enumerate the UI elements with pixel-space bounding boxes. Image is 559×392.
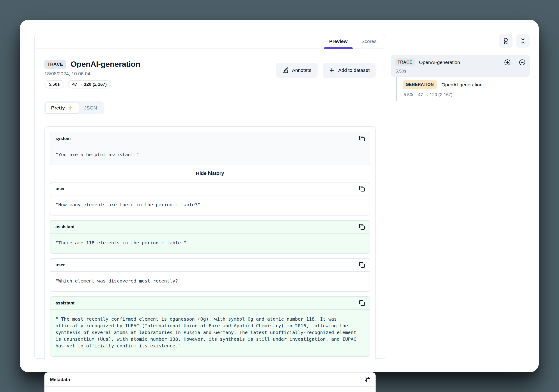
collapse-panel-button[interactable] (516, 34, 530, 48)
message-header: assistant (50, 221, 370, 233)
trace-detail-panel: Preview Scores TRACE OpenAI-generation 1… (34, 34, 385, 359)
trace-actions: Annotate Add to dataset (276, 63, 376, 78)
generation-latency: 5.50s (404, 92, 414, 97)
trace-type-badge: TRACE (395, 58, 415, 66)
copy-icon[interactable] (364, 376, 371, 383)
message-role: assistant (56, 224, 75, 229)
message-role: assistant (56, 301, 75, 306)
page-title: OpenAI-generation (71, 60, 140, 69)
toggle-json[interactable]: JSON (79, 103, 103, 113)
edit-pencil-icon (282, 67, 289, 73)
message-content: "There are 118 elements in the periodic … (50, 233, 370, 253)
metadata-header: Metadata (45, 373, 375, 387)
message-header: user (50, 182, 370, 196)
tree-trace-line: TRACE OpenAI-generation (395, 58, 526, 66)
latency-badge: 5.50s (44, 80, 64, 89)
message-content: "Which element was discovered most recen… (50, 272, 370, 291)
sidebar-actions (391, 34, 530, 48)
message-content: "You are a helpful assistant." (50, 145, 370, 165)
annotate-button[interactable]: Annotate (276, 63, 317, 78)
hide-history-toggle[interactable]: Hide history (50, 165, 370, 182)
trace-title-line: TRACE OpenAI-generation (44, 60, 140, 69)
copy-icon[interactable] (358, 300, 365, 307)
metadata-title: Metadata (50, 377, 70, 382)
copy-icon[interactable] (358, 223, 365, 230)
io-view-toggle: Pretty JSON (44, 101, 104, 114)
tab-preview[interactable]: Preview (329, 34, 347, 48)
metadata-container: Metadata null (44, 372, 376, 392)
trace-type-badge: TRACE (44, 60, 66, 69)
add-to-dataset-button[interactable]: Add to dataset (323, 63, 376, 78)
trace-header: TRACE OpenAI-generation 13/08/2024, 10:0… (44, 60, 376, 89)
toggle-json-label: JSON (84, 105, 97, 111)
trace-timestamp: 13/08/2024, 10:06:04 (44, 71, 140, 76)
copy-icon[interactable] (358, 261, 365, 268)
sparkles-icon (67, 105, 73, 111)
copy-icon[interactable] (358, 135, 365, 142)
plus-icon (329, 67, 335, 73)
message-block-assistant: assistant "There are 118 elements in the… (50, 220, 370, 254)
message-header: user (50, 259, 370, 272)
message-block-assistant: assistant " The most recently confirmed … (50, 296, 370, 357)
message-header: system (50, 132, 370, 145)
expand-all-icon[interactable] (504, 59, 511, 66)
collapse-all-icon[interactable] (519, 59, 526, 66)
annotation-queue-button[interactable] (499, 34, 512, 48)
tree-generation-title: OpenAI-generation (441, 82, 483, 88)
message-role: system (56, 136, 71, 141)
metadata-value: null (45, 387, 375, 392)
conversation-container: system "You are a helpful assistant." Hi… (44, 126, 376, 362)
io-view-toggle-row: Pretty JSON (44, 101, 376, 114)
message-block-system: system "You are a helpful assistant." (50, 132, 370, 165)
observation-tree-sidebar: TRACE OpenAI-generation 5.50s GENERATION… (391, 34, 530, 101)
message-block-user: user "How many elements are there in the… (50, 182, 370, 215)
add-to-dataset-button-label: Add to dataset (338, 67, 370, 73)
trace-metrics: 5.50s 47 → 120 (Σ 167) (44, 80, 140, 89)
message-role: user (56, 262, 65, 267)
tree-trace-title: OpenAI-generation (419, 60, 500, 65)
message-block-user: user "Which element was discovered most … (50, 258, 370, 292)
token-usage-badge: 47 → 120 (Σ 167) (68, 80, 111, 89)
message-role: user (56, 186, 65, 191)
toggle-pretty[interactable]: Pretty (46, 103, 79, 113)
detail-tabs: Preview Scores (35, 34, 385, 49)
tree-generation-metrics: 5.50s 47 → 120 (Σ 167) (403, 92, 530, 97)
message-content: "How many elements are there in the peri… (50, 196, 370, 215)
tree-node-generation[interactable]: GENERATION OpenAI-generation 5.50s 47 → … (403, 80, 530, 97)
toggle-pretty-label: Pretty (51, 105, 65, 111)
chevrons-down-up-icon (520, 38, 526, 44)
tree-node-trace-selected[interactable]: TRACE OpenAI-generation 5.50s (391, 55, 530, 77)
award-icon (503, 38, 509, 44)
tree-children: GENERATION OpenAI-generation 5.50s 47 → … (396, 77, 530, 101)
tab-scores[interactable]: Scores (362, 34, 376, 48)
copy-icon[interactable] (358, 185, 365, 192)
generation-usage: 47 → 120 (Σ 167) (418, 92, 452, 97)
tree-generation-line: GENERATION OpenAI-generation (403, 80, 530, 89)
panel-content: TRACE OpenAI-generation 13/08/2024, 10:0… (35, 49, 385, 392)
tree-trace-latency: 5.50s (395, 69, 526, 74)
message-content: " The most recently confirmed element is… (50, 310, 370, 356)
page-background: { "tabs": { "preview": "Preview", "score… (0, 0, 559, 392)
message-header: assistant (50, 297, 370, 310)
trace-header-left: TRACE OpenAI-generation 13/08/2024, 10:0… (44, 60, 140, 89)
main-window-card: Preview Scores TRACE OpenAI-generation 1… (20, 20, 539, 372)
annotate-button-label: Annotate (292, 67, 311, 73)
generation-type-badge: GENERATION (403, 80, 437, 89)
